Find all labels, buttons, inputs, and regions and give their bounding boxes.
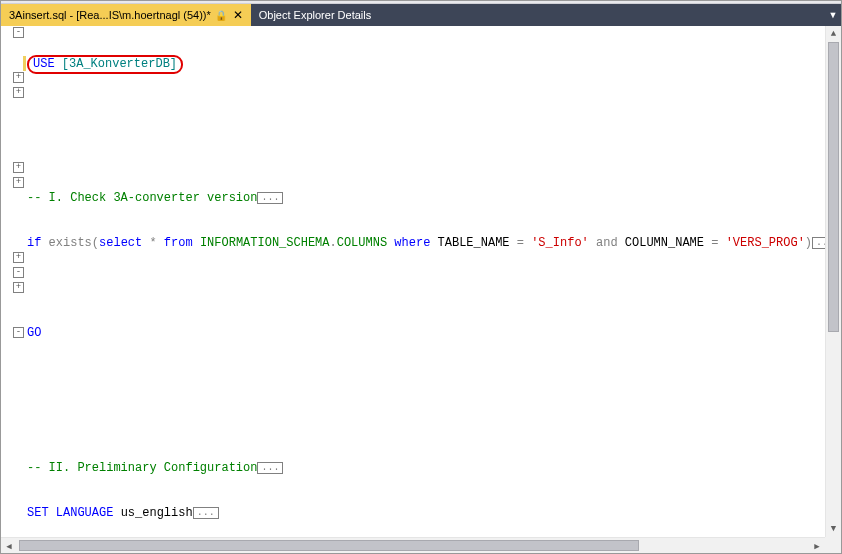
- outline-toggle[interactable]: +: [13, 252, 24, 263]
- scrollbar-track[interactable]: [826, 42, 841, 521]
- editor-margin: [1, 26, 13, 553]
- lock-icon: 🔒: [215, 10, 227, 21]
- outlining-column: - + + + + + - + -: [13, 26, 27, 553]
- collapsed-region-indicator[interactable]: ...: [257, 192, 283, 204]
- tab-3ainsert-sql[interactable]: 3Ainsert.sql - [Rea...IS\m.hoertnagl (54…: [1, 4, 251, 26]
- highlighted-use-db: USE [3A_KonverterDB]: [27, 55, 183, 74]
- tab-overflow-dropdown[interactable]: ▼: [825, 4, 841, 26]
- collapsed-region-indicator[interactable]: ...: [193, 507, 219, 519]
- outline-toggle[interactable]: +: [13, 72, 24, 83]
- outline-toggle[interactable]: +: [13, 162, 24, 173]
- outline-toggle[interactable]: +: [13, 282, 24, 293]
- horizontal-scrollbar[interactable]: ◀ ▶: [1, 537, 825, 553]
- outline-toggle[interactable]: +: [13, 87, 24, 98]
- outline-toggle[interactable]: +: [13, 177, 24, 188]
- close-icon[interactable]: ✕: [233, 9, 243, 21]
- scroll-right-arrow-icon[interactable]: ▶: [809, 538, 825, 554]
- scrollbar-thumb[interactable]: [19, 540, 639, 551]
- scrollbar-thumb[interactable]: [828, 42, 839, 332]
- code-editor[interactable]: - + + + + + - + - USE [3A_KonverterDB] -…: [1, 26, 841, 553]
- code-text[interactable]: USE [3A_KonverterDB] -- I. Check 3A-conv…: [27, 26, 841, 553]
- tab-title: 3Ainsert.sql - [Rea...IS\m.hoertnagl (54…: [9, 9, 211, 21]
- scroll-up-arrow-icon[interactable]: ▲: [826, 26, 841, 42]
- scroll-left-arrow-icon[interactable]: ◀: [1, 538, 17, 554]
- vertical-scrollbar[interactable]: ▲ ▼: [825, 26, 841, 537]
- tab-object-explorer-details[interactable]: Object Explorer Details: [251, 4, 380, 26]
- outline-toggle[interactable]: -: [13, 327, 24, 338]
- scroll-down-arrow-icon[interactable]: ▼: [826, 521, 841, 537]
- outline-toggle[interactable]: -: [13, 27, 24, 38]
- tab-title: Object Explorer Details: [259, 9, 372, 21]
- scrollbar-corner: [825, 537, 841, 553]
- collapsed-region-indicator[interactable]: ...: [257, 462, 283, 474]
- document-tabs: 3Ainsert.sql - [Rea...IS\m.hoertnagl (54…: [1, 4, 841, 26]
- outline-toggle[interactable]: -: [13, 267, 24, 278]
